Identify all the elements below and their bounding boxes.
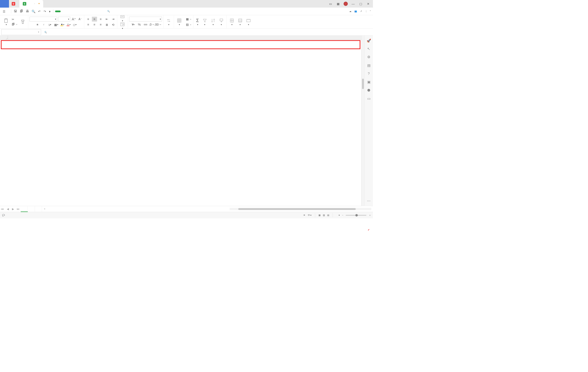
increase-font[interactable]: A⁺	[71, 17, 76, 21]
align-justify[interactable]: ≣	[104, 22, 109, 27]
inc-decimal[interactable]: .0→	[149, 22, 154, 27]
zoom-slider[interactable]	[346, 215, 366, 216]
ribbon-tab-insert[interactable]	[61, 10, 66, 13]
tab-home[interactable]	[0, 0, 9, 8]
sort-button[interactable]: ▾	[209, 18, 217, 26]
copy-button[interactable]: 🗐 ▾	[11, 22, 18, 26]
align-right[interactable]: ≡	[98, 22, 103, 27]
menu-icon[interactable]: ☰	[2, 9, 7, 14]
sum-button[interactable]: Σ▾	[195, 18, 200, 26]
worksheet-button[interactable]: ▾	[245, 18, 252, 26]
zoom-knob[interactable]	[355, 214, 358, 216]
type-convert[interactable]: ▾	[165, 18, 173, 26]
table-style[interactable]: ▦ ▾	[185, 17, 192, 21]
sp-help-icon[interactable]: ?	[366, 71, 371, 76]
fill-button[interactable]: ▾	[218, 18, 225, 26]
paste-button[interactable]: ▾	[2, 18, 10, 26]
clear-format[interactable]: ◇▾	[72, 22, 77, 27]
cell-style[interactable]: ▨ ▾	[185, 22, 192, 27]
thousand-btn[interactable]: 000	[143, 22, 148, 27]
sheet-prev[interactable]: ◀	[5, 207, 10, 210]
save-icon[interactable]: 🖫	[13, 9, 18, 14]
sp-rocket-icon[interactable]: 🚀	[366, 38, 371, 43]
conditional-format[interactable]: ▾	[175, 18, 183, 26]
underline-button[interactable]: U▾	[47, 22, 53, 27]
align-top[interactable]: ≡	[86, 17, 91, 21]
cut-button[interactable]: ✂	[11, 17, 18, 21]
vertical-scrollbar[interactable]	[361, 36, 364, 206]
file-menu[interactable]	[7, 11, 10, 12]
sheet-add[interactable]: ＋	[42, 207, 47, 211]
currency-btn[interactable]: ¥▾	[131, 22, 136, 27]
status-lang-icon[interactable]: 中 ▾	[308, 214, 312, 217]
sp-layout-icon[interactable]: ▤	[366, 63, 371, 68]
orientation[interactable]: ⟲	[111, 22, 116, 27]
ribbon-tab-data[interactable]	[78, 10, 83, 13]
zoom-fx-icon[interactable]: 🔍	[44, 31, 47, 33]
italic-button[interactable]: I	[41, 22, 46, 27]
tab-menu-icon[interactable]: ▫	[34, 3, 35, 5]
zoom-in[interactable]: ＋	[369, 214, 371, 217]
dec-decimal[interactable]: .00→	[155, 22, 161, 27]
align-middle[interactable]: ≡	[92, 17, 97, 21]
wrap-text[interactable]: ▾	[119, 22, 126, 29]
rowcol-button[interactable]: ▾	[236, 18, 244, 26]
close-button[interactable]: ✕	[366, 2, 370, 6]
preview-icon[interactable]: 🔍	[30, 9, 36, 14]
ribbon-tab-member[interactable]	[100, 10, 105, 13]
ribbon-tab-dev[interactable]	[94, 10, 99, 13]
tab-add[interactable]	[43, 0, 49, 8]
merge-center[interactable]: ▾	[119, 14, 126, 22]
align-bottom[interactable]: ≡	[98, 17, 103, 21]
select-all-corner[interactable]	[0, 36, 8, 40]
saveas-icon[interactable]: 🗐	[19, 9, 24, 14]
hscroll-thumb[interactable]	[238, 208, 356, 210]
tab-doke[interactable]: D	[9, 0, 19, 8]
percent-btn[interactable]: %	[137, 22, 142, 27]
ribbon-tab-view[interactable]	[89, 10, 94, 13]
grid-body[interactable]	[0, 40, 361, 206]
tab-document[interactable]: S ▫ •	[19, 0, 43, 8]
ribbon-tab-start[interactable]	[55, 10, 60, 12]
sheet-last[interactable]: ⏭	[16, 207, 21, 210]
zoom-out[interactable]: −	[342, 214, 343, 216]
cells-button[interactable]: ▾	[228, 18, 236, 26]
avatar[interactable]	[344, 2, 348, 6]
status-chat-icon[interactable]: 💬	[2, 214, 5, 216]
sp-select-icon[interactable]: ↖	[366, 46, 371, 51]
font-color[interactable]: A▾	[66, 22, 71, 27]
sp-settings-icon[interactable]: ⚙	[366, 54, 371, 60]
font-name[interactable]: ▾	[29, 17, 57, 21]
undo-icon[interactable]: ↶	[37, 9, 42, 14]
name-box[interactable]: ▾	[1, 29, 41, 35]
bold-button[interactable]: B	[35, 22, 40, 27]
ribbon-tab-formula[interactable]	[72, 10, 77, 13]
format-painter[interactable]	[19, 19, 27, 24]
number-format[interactable]: ▾	[129, 17, 162, 21]
sheet-tab-3[interactable]	[35, 206, 42, 212]
command-search[interactable]: 🔍	[107, 10, 111, 13]
view-pagelayout[interactable]: ▥	[323, 214, 325, 216]
ribbon-tab-pagelayout[interactable]	[67, 10, 72, 13]
share-button[interactable]: ↗	[360, 10, 363, 13]
sp-more-icon[interactable]: ⋯	[366, 198, 371, 203]
decrease-font[interactable]: A⁻	[78, 17, 83, 21]
vscroll-thumb[interactable]	[362, 79, 364, 89]
collab-button[interactable]: 👥	[354, 10, 358, 13]
status-eye-icon[interactable]: 👁	[303, 214, 305, 216]
ribbon-tab-review[interactable]	[83, 10, 88, 13]
sheet-next[interactable]: ▶	[10, 207, 16, 210]
filter-button[interactable]: ▾	[201, 18, 209, 26]
border-button[interactable]: ▦▾	[54, 22, 59, 27]
fill-color[interactable]: ◆▾	[60, 22, 65, 27]
minimize-button[interactable]: —	[351, 2, 355, 6]
collapse-ribbon[interactable]: ⌃	[369, 10, 371, 13]
apps-icon[interactable]: ▦	[336, 2, 340, 6]
view-pagebreak[interactable]: ▤	[327, 214, 329, 216]
sp-badge-icon[interactable]: ⬣	[366, 88, 371, 93]
sheet-tab-2[interactable]	[28, 206, 35, 212]
font-size[interactable]: ▾	[58, 17, 70, 21]
align-left[interactable]: ≡	[86, 22, 91, 27]
view-normal[interactable]: ▦	[318, 214, 320, 216]
sheet-tab-1[interactable]	[21, 206, 28, 212]
